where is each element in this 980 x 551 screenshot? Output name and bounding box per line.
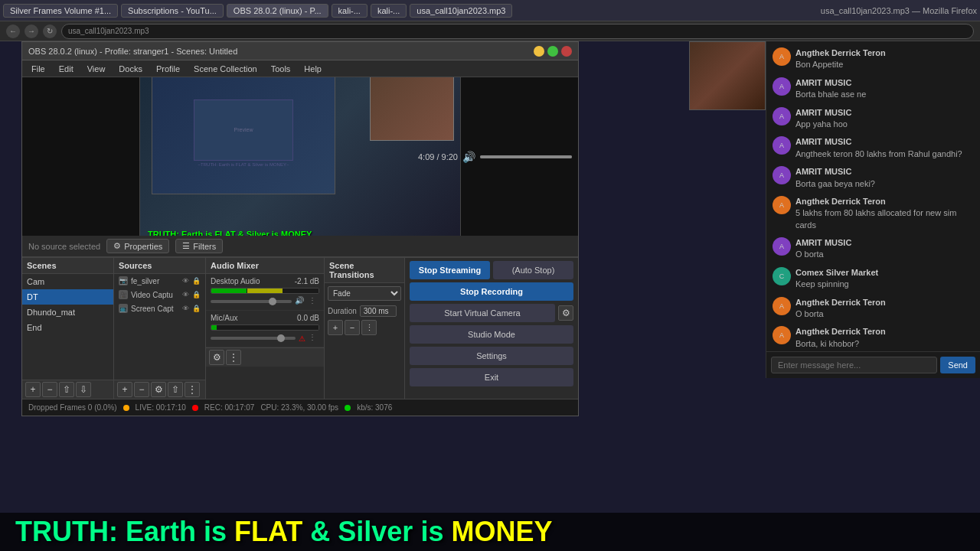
volume-icon[interactable]: 🔊 <box>462 151 475 163</box>
chat-message-2: A AMRIT MUSIC Borta bhale ase ne <box>773 77 974 101</box>
chat-avatar-3: A <box>773 107 791 126</box>
remove-source-button[interactable]: − <box>134 382 149 397</box>
scene-item-end[interactable]: End <box>22 320 113 335</box>
mic-aux-menu-icon[interactable]: ⋮ <box>309 333 319 344</box>
move-scene-down-button[interactable]: ⇩ <box>76 382 91 397</box>
chat-input-row: Send <box>766 351 980 378</box>
audio-menu-btn[interactable]: ⋮ <box>226 350 241 365</box>
source-item-fe-silver[interactable]: 📷 fe_silver 👁 🔒 <box>114 274 205 288</box>
menu-help[interactable]: Help <box>298 63 328 75</box>
mic-aux-slider[interactable] <box>211 337 296 340</box>
menu-docks[interactable]: Docks <box>113 63 149 75</box>
remove-transition-button[interactable]: − <box>345 320 360 335</box>
chat-content-7: AMRIT MUSIC O borta <box>795 237 851 261</box>
duration-value[interactable]: 300 ms <box>360 305 397 317</box>
chat-text-1: Bon Appetite <box>795 59 886 70</box>
browser-back[interactable]: ← <box>6 24 20 38</box>
cpu-status: CPU: 23.3%, 30.00 fps <box>260 403 338 412</box>
chat-content-10: Angthek Derrick Teron Borta, ki khobor? <box>795 326 886 350</box>
source-screen-lock-icon[interactable]: 🔒 <box>191 304 201 313</box>
chat-send-button[interactable]: Send <box>940 357 975 373</box>
transition-menu-button[interactable]: ⋮ <box>361 320 377 335</box>
source-item-screen[interactable]: 📺 Screen Capt 👁 🔒 <box>114 302 205 315</box>
settings-button[interactable]: Settings <box>410 347 573 365</box>
add-scene-button[interactable]: + <box>25 382 41 397</box>
live-time-status: LIVE: 00:17:10 <box>136 403 186 412</box>
preview-content: Preview ~TRUTH: Earth is FLAT & Silver i… <box>140 77 460 236</box>
scene-item-cam[interactable]: Cam <box>22 274 113 289</box>
taskbar-tab-1[interactable]: Silver Frames Volume #1... <box>3 4 118 18</box>
menu-file[interactable]: File <box>25 63 51 75</box>
exit-button[interactable]: Exit <box>410 368 573 386</box>
desktop-audio-mute-icon[interactable]: 🔊 <box>295 296 305 307</box>
chat-content-9: Angthek Derrick Teron O borta <box>795 297 886 321</box>
source-menu-button[interactable]: ⋮ <box>185 382 200 397</box>
browser-bar: ← → ↻ usa_call10jan2023.mp3 <box>0 21 980 41</box>
move-source-up-button[interactable]: ⇧ <box>168 382 183 397</box>
taskbar-tab-3[interactable]: OBS 28.0.2 (linux) - P... <box>227 4 328 18</box>
filters-button[interactable]: ☰ Filters <box>175 239 223 253</box>
chat-text-3: App yaha hoo <box>795 119 851 130</box>
source-settings-button[interactable]: ⚙ <box>151 382 166 397</box>
filters-label: Filters <box>193 242 216 251</box>
chat-content-1: Angthek Derrick Teron Bon Appetite <box>795 47 886 71</box>
auto-stop-button[interactable]: (Auto Stop) <box>493 261 573 279</box>
transition-duration-row: Duration 300 ms <box>325 304 404 318</box>
url-bar[interactable]: usa_call10jan2023.mp3 <box>61 24 974 39</box>
browser-forward[interactable]: → <box>24 24 38 38</box>
preview-webcam-inset <box>370 77 454 141</box>
properties-button[interactable]: ⚙ Properties <box>106 239 169 253</box>
browser-refresh[interactable]: ↻ <box>43 24 57 38</box>
remove-scene-button[interactable]: − <box>42 382 57 397</box>
no-source-label: No source selected <box>28 242 100 251</box>
start-virtual-camera-button[interactable]: Start Virtual Camera <box>410 304 555 322</box>
source-video-eye-icon[interactable]: 👁 <box>181 290 190 299</box>
taskbar-tab-4[interactable]: kali-... <box>332 4 368 18</box>
chat-message-input[interactable] <box>771 357 937 373</box>
source-eye-icon[interactable]: 👁 <box>181 276 190 285</box>
close-button[interactable] <box>561 46 572 57</box>
menu-scene-collection[interactable]: Scene Collection <box>188 63 263 75</box>
menu-tools[interactable]: Tools <box>265 63 297 75</box>
scene-item-dhundo[interactable]: Dhundo_mat <box>22 305 113 320</box>
transition-type-select[interactable]: Fade Cut Slide <box>328 286 401 301</box>
desktop-audio-slider[interactable] <box>211 300 292 303</box>
menu-view[interactable]: View <box>81 63 112 75</box>
studio-mode-button[interactable]: Studio Mode <box>410 325 573 344</box>
desktop-audio-menu-icon[interactable]: ⋮ <box>309 296 319 307</box>
mic-aux-thumb[interactable] <box>277 334 285 342</box>
chat-messages: A Angthek Derrick Teron Bon Appetite A A… <box>766 41 980 351</box>
add-transition-button[interactable]: + <box>328 320 343 335</box>
source-lock-icon[interactable]: 🔒 <box>191 276 201 285</box>
source-screen-eye-icon[interactable]: 👁 <box>181 304 190 313</box>
obs-statusbar: Dropped Frames 0 (0.0%) LIVE: 00:17:10 R… <box>22 399 578 416</box>
volume-slider[interactable] <box>480 155 572 158</box>
mic-warning-icon[interactable]: ⚠ <box>299 334 305 343</box>
virtual-cam-row: Start Virtual Camera ⚙ <box>410 304 573 322</box>
menu-profile[interactable]: Profile <box>150 63 186 75</box>
scene-item-dt[interactable]: DT <box>22 289 113 305</box>
chat-text-10: Borta, ki khobor? <box>795 338 886 350</box>
flat-highlight: FLAT <box>234 516 302 547</box>
taskbar-tab-5[interactable]: kali-... <box>371 4 407 18</box>
move-scene-up-button[interactable]: ⇧ <box>59 382 74 397</box>
minimize-button[interactable] <box>534 46 544 57</box>
stop-recording-button[interactable]: Stop Recording <box>410 282 573 301</box>
stop-streaming-button[interactable]: Stop Streaming <box>410 261 490 279</box>
desktop-audio-thumb[interactable] <box>269 298 276 305</box>
taskbar-tab-2[interactable]: Subscriptions - YouTu... <box>121 4 224 18</box>
desktop-audio-slider-row: 🔊 ⋮ <box>211 296 319 307</box>
time-display: 4:09 / 9:20 <box>418 152 458 161</box>
source-item-video[interactable]: 🎥 Video Captu 👁 🔒 <box>114 288 205 302</box>
transition-buttons: + − ⋮ <box>325 318 404 337</box>
chat-message-4: A AMRIT MUSIC Angtheek teron 80 lakhs fr… <box>773 136 974 160</box>
chat-content-6: Angthek Derrick Teron 5 lakhs from 80 la… <box>795 196 974 231</box>
virtual-cam-settings-icon[interactable]: ⚙ <box>558 305 573 321</box>
add-source-button[interactable]: + <box>117 382 132 397</box>
chat-author-9: Angthek Derrick Teron <box>795 297 886 308</box>
maximize-button[interactable] <box>547 46 558 57</box>
source-video-lock-icon[interactable]: 🔒 <box>191 290 201 299</box>
menu-edit[interactable]: Edit <box>53 63 80 75</box>
taskbar-tab-6[interactable]: usa_call10jan2023.mp3 <box>410 4 512 18</box>
audio-settings-btn[interactable]: ⚙ <box>209 350 224 365</box>
